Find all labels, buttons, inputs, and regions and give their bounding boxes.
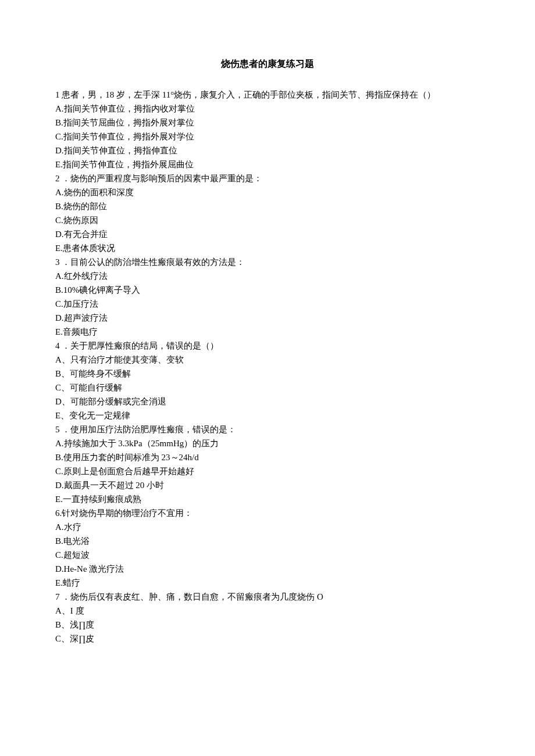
question-stem: 3 ．目前公认的防治增生性瘢痕最有效的方法是： <box>55 255 480 269</box>
question-option: A、只有治疗才能使其变薄、变软 <box>55 353 480 367</box>
question-option: C.加压疗法 <box>55 297 480 311</box>
question-option: D.戴面具一天不超过 20 小时 <box>55 478 480 492</box>
question-option: A.烧伤的面积和深度 <box>55 185 480 199</box>
question-stem: 1 患者，男，18 岁，左手深 11°烧伤，康复介入，正确的手部位夹板，指间关节… <box>55 88 480 102</box>
document-page: 烧伤患者的康复练习题 1 患者，男，18 岁，左手深 11°烧伤，康复介入，正确… <box>0 0 535 680</box>
question-option: C.指间关节伸直位，拇指外展对学位 <box>55 130 480 144</box>
question-option: A.持续施加大于 3.3kPa（25mmHg）的压力 <box>55 436 480 450</box>
question-option: E.音频电疗 <box>55 325 480 339</box>
page-title: 烧伤患者的康复练习题 <box>55 58 480 70</box>
question-option: E.蜡疗 <box>55 576 480 590</box>
question-option: E.患者体质状况 <box>55 241 480 255</box>
question-stem: 6.针对烧伤早期的物理治疗不宜用： <box>55 506 480 520</box>
question-option: C.烧伤原因 <box>55 213 480 227</box>
question-stem: 2 ．烧伤的严重程度与影响预后的因素中最严重的是： <box>55 171 480 185</box>
question-stem: 7 ．烧伤后仅有表皮红、肿、痛，数日自愈，不留瘢痕者为几度烧伤 O <box>55 590 480 604</box>
question-option: D、可能部分缓解或完全消退 <box>55 395 480 409</box>
content-area: 1 患者，男，18 岁，左手深 11°烧伤，康复介入，正确的手部位夹板，指间关节… <box>55 88 480 646</box>
question-option: A.水疗 <box>55 520 480 534</box>
question-option: E、变化无一定规律 <box>55 409 480 422</box>
question-option: E.一直持续到瘢痕成熟 <box>55 492 480 506</box>
question-option: A.红外线疗法 <box>55 269 480 283</box>
question-option: B.烧伤的部位 <box>55 199 480 213</box>
question-option: D.超声波疗法 <box>55 311 480 325</box>
question-option: C、深∏皮 <box>55 632 480 646</box>
question-option: B.10%碘化钾离子导入 <box>55 283 480 297</box>
question-option: D.He-Ne 激光疗法 <box>55 562 480 576</box>
question-option: B.电光浴 <box>55 534 480 548</box>
question-option: B.使用压力套的时间标准为 23～24h/d <box>55 450 480 464</box>
question-option: C、可能自行缓解 <box>55 381 480 395</box>
question-option: A、I 度 <box>55 604 480 618</box>
question-option: B、浅∏度 <box>55 618 480 632</box>
question-option: C.原则上是创面愈合后越早开始越好 <box>55 464 480 478</box>
question-option: D.指间关节伸直位，拇指伸直位 <box>55 144 480 157</box>
question-stem: 4 ．关于肥厚性瘢痕的结局，错误的是（） <box>55 339 480 353</box>
question-option: E.指间关节伸直位，拇指外展屈曲位 <box>55 157 480 171</box>
question-option: B.指间关节屈曲位，拇指外展对掌位 <box>55 116 480 130</box>
question-option: D.有无合并症 <box>55 227 480 241</box>
question-stem: 5 ．使用加压疗法防治肥厚性瘢痕，错误的是： <box>55 422 480 436</box>
question-option: B、可能终身不缓解 <box>55 367 480 381</box>
question-option: C.超短波 <box>55 548 480 562</box>
question-option: A.指间关节伸直位，拇指内收对掌位 <box>55 102 480 116</box>
